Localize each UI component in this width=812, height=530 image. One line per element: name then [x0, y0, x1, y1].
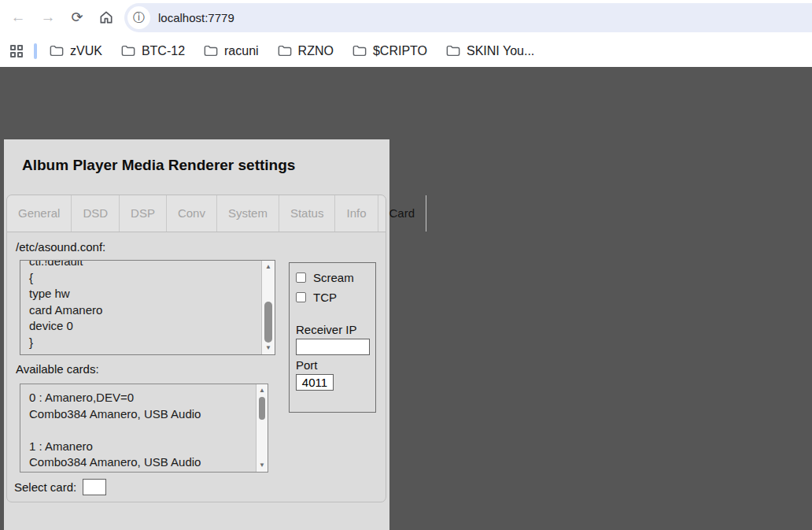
tcp-row: TCP: [296, 291, 369, 304]
conf-line: {: [29, 270, 259, 287]
available-cards-list[interactable]: 0 : Amanero,DEV=0 Combo384 Amanero, USB …: [20, 384, 268, 473]
url-text[interactable]: localhost:7779: [158, 11, 234, 24]
port-label: Port: [296, 358, 369, 372]
conf-line: }: [29, 335, 259, 351]
scroll-down-icon[interactable]: ▼: [262, 343, 275, 354]
asound-conf-content: ctl.!default { type hw card Amanero devi…: [29, 260, 259, 350]
page-background: Album Player Media Renderer settings Gen…: [0, 67, 812, 530]
tab-card[interactable]: Card: [378, 195, 427, 232]
card-line: [29, 422, 253, 439]
port-field[interactable]: [296, 374, 334, 391]
tab-general[interactable]: General: [7, 195, 72, 232]
folder-icon: [278, 45, 292, 57]
bookmark-label: zVUK: [70, 44, 102, 58]
tab-group-indicator[interactable]: [34, 43, 37, 59]
apps-grid-square: [17, 52, 23, 57]
select-card-row: Select card:: [14, 479, 106, 495]
select-card-field[interactable]: [83, 479, 106, 495]
scream-row: Scream: [296, 271, 369, 284]
bookmark-folder-skini[interactable]: SKINI You...: [446, 44, 534, 58]
apps-grid-square: [10, 52, 16, 57]
bookmark-label: racuni: [224, 44, 259, 58]
renderer-options-box: Scream TCP Receiver IP Port: [289, 262, 376, 413]
bookmark-label: $CRIPTO: [373, 44, 427, 58]
browser-chrome: ← → ⟳ ⓘ localhost:7779 zVUK BTC-12 racun…: [0, 0, 812, 67]
receiver-ip-field[interactable]: [296, 339, 370, 355]
scroll-up-icon[interactable]: ▲: [257, 385, 268, 396]
folder-icon: [121, 45, 135, 57]
card-line: 1 : Amanero: [29, 439, 253, 455]
tab-system[interactable]: System: [217, 195, 279, 232]
available-cards-label: Available cards:: [16, 362, 99, 376]
bookmark-folder-cripto[interactable]: $CRIPTO: [352, 44, 427, 58]
scream-checkbox[interactable]: [296, 272, 306, 283]
refresh-icon[interactable]: ⟳: [65, 9, 89, 26]
tab-info[interactable]: Info: [335, 195, 378, 232]
scream-label: Scream: [313, 271, 354, 284]
card-line: Combo384 Amanero, USB Audio: [29, 406, 253, 423]
scroll-up-icon[interactable]: ▲: [262, 261, 275, 272]
bookmark-folder-zvuk[interactable]: zVUK: [50, 44, 102, 58]
tabs-nav: General DSD DSP Conv System Status Info …: [7, 195, 386, 232]
forward-icon[interactable]: →: [36, 9, 60, 26]
bookmark-folder-btc12[interactable]: BTC-12: [121, 44, 185, 58]
site-info-icon[interactable]: ⓘ: [127, 6, 150, 29]
bookmark-label: SKINI You...: [467, 44, 534, 58]
apps-grid-square: [10, 45, 16, 50]
card-line: 0 : Amanero,DEV=0: [29, 390, 253, 406]
browser-toolbar: ← → ⟳ ⓘ localhost:7779: [0, 0, 812, 35]
tab-dsd[interactable]: DSD: [72, 195, 120, 232]
bookmark-folder-rzno[interactable]: RZNO: [278, 44, 334, 58]
bookmark-folder-racuni[interactable]: racuni: [204, 44, 259, 58]
conf-scrollbar[interactable]: ▲ ▼: [261, 261, 275, 354]
settings-panel: Album Player Media Renderer settings Gen…: [4, 139, 389, 530]
tcp-label: TCP: [313, 291, 337, 304]
bookmarks-bar: zVUK BTC-12 racuni RZNO $CRIPTO SKINI Yo…: [0, 35, 812, 67]
tcp-checkbox[interactable]: [296, 292, 306, 302]
asound-conf-textarea[interactable]: ctl.!default { type hw card Amanero devi…: [20, 260, 275, 355]
folder-icon: [352, 45, 367, 57]
bookmark-label: RZNO: [298, 44, 334, 58]
home-icon[interactable]: [98, 9, 114, 25]
tab-dsp[interactable]: DSP: [120, 195, 167, 232]
conf-line: ctl.!default: [29, 260, 259, 270]
conf-line: card Amanero: [29, 302, 259, 319]
apps-grid-icon[interactable]: [10, 45, 23, 57]
scroll-down-icon[interactable]: ▼: [257, 460, 268, 471]
tab-status[interactable]: Status: [279, 195, 336, 232]
card-line: Combo384 Amanero, USB Audio: [29, 454, 253, 471]
conf-scrollbar-thumb[interactable]: [264, 302, 272, 343]
bookmark-label: BTC-12: [142, 44, 185, 58]
tab-conv[interactable]: Conv: [167, 195, 217, 232]
available-cards-content: 0 : Amanero,DEV=0 Combo384 Amanero, USB …: [29, 390, 253, 471]
conf-line: device 0: [29, 318, 259, 335]
folder-icon: [446, 45, 460, 57]
back-icon[interactable]: ←: [6, 9, 30, 26]
receiver-ip-label: Receiver IP: [296, 323, 369, 336]
select-card-label: Select card:: [14, 480, 76, 494]
address-bar[interactable]: ⓘ localhost:7779: [124, 3, 812, 32]
apps-grid-square: [17, 45, 23, 50]
cards-scrollbar-thumb[interactable]: [259, 397, 265, 420]
asound-conf-label: /etc/asound.conf:: [16, 240, 105, 254]
page-title: Album Player Media Renderer settings: [22, 157, 295, 174]
conf-line: type hw: [29, 286, 259, 302]
cards-scrollbar[interactable]: ▲ ▼: [256, 384, 268, 472]
folder-icon: [204, 45, 218, 57]
folder-icon: [50, 45, 64, 57]
